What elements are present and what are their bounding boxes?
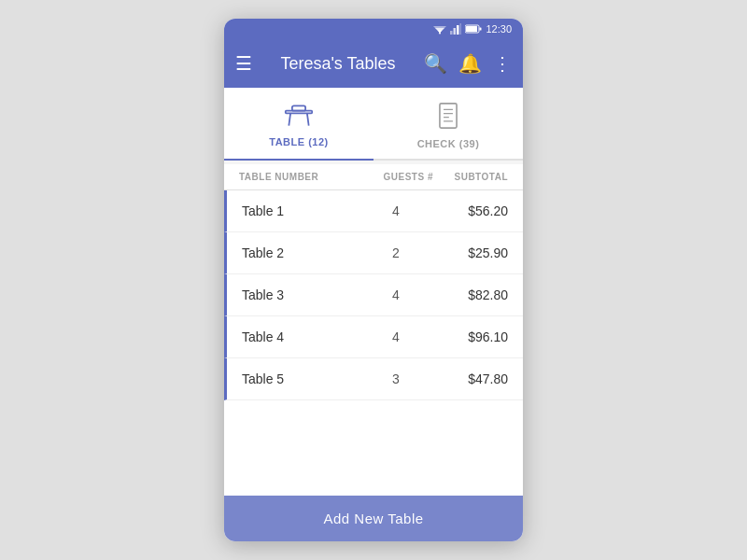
table-row-subtotal: $47.80 bbox=[433, 371, 508, 386]
menu-icon[interactable]: ☰ bbox=[235, 52, 252, 75]
svg-point-3 bbox=[439, 33, 441, 35]
table-row-name: Table 1 bbox=[242, 203, 359, 218]
table-row-name: Table 5 bbox=[242, 371, 359, 386]
header-guests: GUESTS # bbox=[359, 172, 433, 182]
svg-rect-7 bbox=[460, 23, 462, 35]
svg-rect-4 bbox=[450, 31, 453, 35]
table-row-guests: 4 bbox=[359, 203, 433, 218]
table-row[interactable]: Table 22$25.90 bbox=[224, 232, 523, 274]
svg-rect-9 bbox=[480, 28, 482, 31]
svg-rect-5 bbox=[454, 28, 457, 35]
header-number: TABLE NUMBER bbox=[239, 172, 359, 182]
table-row-subtotal: $56.20 bbox=[433, 203, 508, 218]
table-row-name: Table 4 bbox=[242, 329, 359, 344]
table-list-header: TABLE NUMBER GUESTS # SUBTOTAL bbox=[224, 164, 523, 190]
check-icon bbox=[437, 103, 459, 134]
table-rows: Table 14$56.20Table 22$25.90Table 34$82.… bbox=[224, 190, 523, 400]
tab-check[interactable]: CHECK (39) bbox=[374, 95, 523, 159]
tabs-bar: TABLE (12) CHECK (39) bbox=[224, 88, 523, 161]
tab-table-label: TABLE (12) bbox=[269, 136, 328, 147]
table-row-guests: 3 bbox=[359, 371, 433, 386]
wifi-icon bbox=[433, 23, 446, 35]
svg-rect-6 bbox=[457, 25, 459, 35]
app-bar: ☰ Teresa's Tables 🔍 🔔 ⋮ bbox=[224, 39, 523, 88]
header-subtotal: SUBTOTAL bbox=[433, 172, 508, 182]
svg-line-12 bbox=[289, 113, 290, 125]
svg-rect-15 bbox=[440, 104, 457, 128]
status-icons: 12:30 bbox=[433, 23, 512, 35]
svg-line-13 bbox=[307, 113, 309, 125]
table-row[interactable]: Table 53$47.80 bbox=[224, 358, 523, 400]
signal-icon bbox=[450, 23, 461, 35]
search-icon[interactable]: 🔍 bbox=[424, 52, 447, 75]
phone-frame: 12:30 ☰ Teresa's Tables 🔍 🔔 ⋮ bbox=[224, 19, 523, 541]
table-row-guests: 4 bbox=[359, 329, 433, 344]
table-row-subtotal: $96.10 bbox=[433, 329, 508, 344]
notification-icon[interactable]: 🔔 bbox=[458, 52, 482, 75]
add-new-table-button[interactable]: Add New Table bbox=[224, 496, 523, 541]
table-row-name: Table 2 bbox=[242, 245, 359, 260]
tab-table[interactable]: TABLE (12) bbox=[224, 95, 374, 161]
status-bar: 12:30 bbox=[224, 19, 523, 39]
table-row-subtotal: $25.90 bbox=[433, 245, 508, 260]
app-title: Teresa's Tables bbox=[263, 54, 413, 74]
table-row-guests: 4 bbox=[359, 287, 433, 302]
table-row-name: Table 3 bbox=[242, 287, 359, 302]
tab-check-label: CHECK (39) bbox=[417, 138, 480, 149]
battery-icon bbox=[465, 24, 482, 34]
status-time: 12:30 bbox=[486, 23, 512, 35]
table-icon bbox=[284, 103, 314, 133]
table-list-container: TABLE NUMBER GUESTS # SUBTOTAL Table 14$… bbox=[224, 164, 523, 496]
svg-rect-10 bbox=[466, 26, 477, 32]
table-row[interactable]: Table 44$96.10 bbox=[224, 316, 523, 358]
table-row[interactable]: Table 14$56.20 bbox=[224, 190, 523, 232]
svg-rect-14 bbox=[292, 105, 305, 110]
table-row[interactable]: Table 34$82.80 bbox=[224, 274, 523, 316]
table-row-subtotal: $82.80 bbox=[433, 287, 508, 302]
more-icon[interactable]: ⋮ bbox=[493, 52, 512, 75]
content-area: TABLE (12) CHECK (39) bbox=[224, 88, 523, 541]
table-row-guests: 2 bbox=[359, 245, 433, 260]
